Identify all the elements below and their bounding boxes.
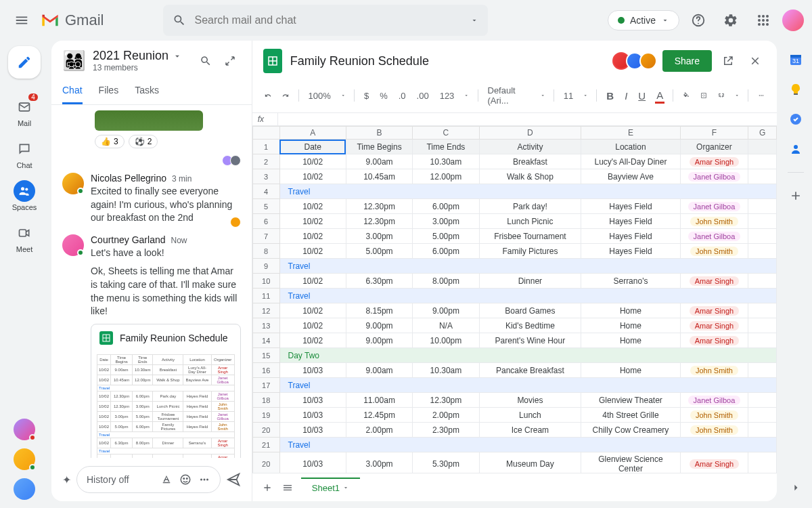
settings-button[interactable] [717, 7, 744, 34]
cell[interactable] [748, 214, 777, 229]
cell[interactable]: Dinner [479, 274, 581, 289]
row-header[interactable]: 20 [252, 452, 279, 473]
cell[interactable]: 10.30am [413, 154, 479, 169]
cell[interactable]: Janet Gilboa [680, 229, 748, 244]
text-format-icon[interactable] [160, 473, 173, 486]
cell[interactable]: 10/02 [279, 214, 346, 229]
tab-tasks[interactable]: Tasks [135, 78, 159, 104]
cell[interactable]: Lucy's All-Day Diner [581, 154, 680, 169]
cell[interactable]: 12.00pm [413, 169, 479, 184]
send-icon[interactable] [226, 472, 241, 487]
cell[interactable]: Day Two [279, 348, 776, 363]
tab-chat[interactable]: Chat [62, 78, 83, 104]
row-header[interactable]: 16 [252, 363, 279, 378]
cell[interactable] [748, 274, 777, 289]
cell[interactable]: 5.00pm [346, 244, 412, 259]
cell[interactable]: 3.00pm [346, 452, 412, 473]
cell[interactable] [748, 154, 777, 169]
formula-bar[interactable] [278, 113, 777, 125]
cell[interactable] [748, 303, 777, 318]
row-header[interactable]: 17 [252, 378, 279, 393]
cell[interactable]: Parent's Wine Hour [479, 333, 581, 348]
sheet-attachment-card[interactable]: Family Reunion Schedule DateTime BeginsT… [91, 324, 241, 458]
cell[interactable]: Home [581, 318, 680, 333]
fill-color-icon[interactable] [681, 90, 691, 101]
row-header[interactable]: 5 [252, 199, 279, 214]
collaborator-avatars[interactable] [616, 52, 657, 70]
cell[interactable]: 12.45pm [346, 408, 412, 423]
open-external-button[interactable] [717, 50, 739, 72]
cell[interactable]: Home [581, 303, 680, 318]
row-header[interactable]: 8 [252, 244, 279, 259]
cell[interactable]: 3.00pm [346, 229, 412, 244]
column-header[interactable]: D [479, 127, 581, 140]
close-button[interactable] [744, 50, 766, 72]
cell[interactable]: 10/02 [279, 333, 346, 348]
more-toolbar-icon[interactable] [757, 90, 766, 101]
cell[interactable]: Glenview Science Center [581, 452, 680, 473]
row-header[interactable]: 19 [252, 408, 279, 423]
cell[interactable] [748, 452, 777, 473]
cell[interactable]: Park day! [479, 199, 581, 214]
cell[interactable]: 12.30pm [346, 199, 412, 214]
percent-format[interactable]: % [378, 89, 389, 102]
cell[interactable]: Lunch [479, 408, 581, 423]
cell[interactable]: 9.00am [346, 154, 412, 169]
cell[interactable]: Lunch Picnic [479, 214, 581, 229]
cell[interactable]: 9.00pm [346, 333, 412, 348]
row-header[interactable]: 1 [252, 140, 279, 154]
row-header[interactable]: 21 [252, 438, 279, 452]
smart-compose-icon[interactable]: ✦ [62, 473, 71, 486]
cell[interactable]: Breakfast [479, 154, 581, 169]
row-header[interactable]: 15 [252, 348, 279, 363]
sheet-tab[interactable]: Sheet1 [301, 478, 360, 497]
row-header[interactable]: 3 [252, 169, 279, 184]
column-header[interactable]: C [413, 127, 479, 140]
currency-format[interactable]: $ [363, 89, 370, 102]
cell[interactable]: 10/02 [279, 199, 346, 214]
cell[interactable]: Amar Singh [680, 452, 748, 473]
cell[interactable]: Amar Singh [680, 333, 748, 348]
cell[interactable]: 2.00pm [346, 423, 412, 438]
cell[interactable]: Travel [279, 289, 776, 303]
italic-button[interactable]: I [623, 89, 629, 103]
all-sheets-icon[interactable] [281, 481, 294, 494]
cell[interactable]: Frisbee Tournament [479, 229, 581, 244]
account-avatar[interactable] [782, 9, 804, 31]
cell[interactable] [748, 318, 777, 333]
cell[interactable]: Amar Singh [680, 154, 748, 169]
cell[interactable] [748, 169, 777, 184]
cell[interactable]: Travel [279, 378, 776, 393]
apps-button[interactable] [750, 7, 777, 34]
cell[interactable]: 10/03 [279, 423, 346, 438]
cell[interactable] [748, 393, 777, 408]
cell[interactable]: Hayes Field [581, 229, 680, 244]
cell[interactable] [748, 199, 777, 214]
cell[interactable] [748, 408, 777, 423]
cell[interactable] [748, 423, 777, 438]
borders-icon[interactable] [699, 90, 708, 101]
row-header[interactable]: 14 [252, 333, 279, 348]
cell[interactable]: Date [279, 140, 346, 154]
search-bar[interactable] [163, 5, 488, 36]
sheet-document-title[interactable]: Family Reunion Schedule [290, 54, 429, 68]
gmail-logo[interactable]: Gmail [41, 12, 104, 29]
text-color-button[interactable]: A [655, 88, 664, 104]
cell[interactable]: 10.30am [413, 363, 479, 378]
row-header[interactable]: 2 [252, 154, 279, 169]
cell[interactable]: Museum Day [479, 452, 581, 473]
cell[interactable]: Kid's Bedtime [479, 318, 581, 333]
cell[interactable]: Movies [479, 393, 581, 408]
cell[interactable]: Hayes Field [581, 214, 680, 229]
cell[interactable]: John Smith [680, 423, 748, 438]
message-input[interactable]: History off [76, 466, 221, 493]
zoom-select[interactable]: 100% [307, 89, 332, 102]
help-button[interactable] [685, 7, 712, 34]
cell[interactable]: Ice Cream [479, 423, 581, 438]
cell[interactable]: Hayes Field [581, 244, 680, 259]
cell[interactable]: 5.00pm [413, 229, 479, 244]
cell[interactable]: 10/03 [279, 363, 346, 378]
collapse-button[interactable] [219, 50, 241, 72]
cell[interactable]: 2.00pm [413, 408, 479, 423]
row-header[interactable]: 18 [252, 393, 279, 408]
